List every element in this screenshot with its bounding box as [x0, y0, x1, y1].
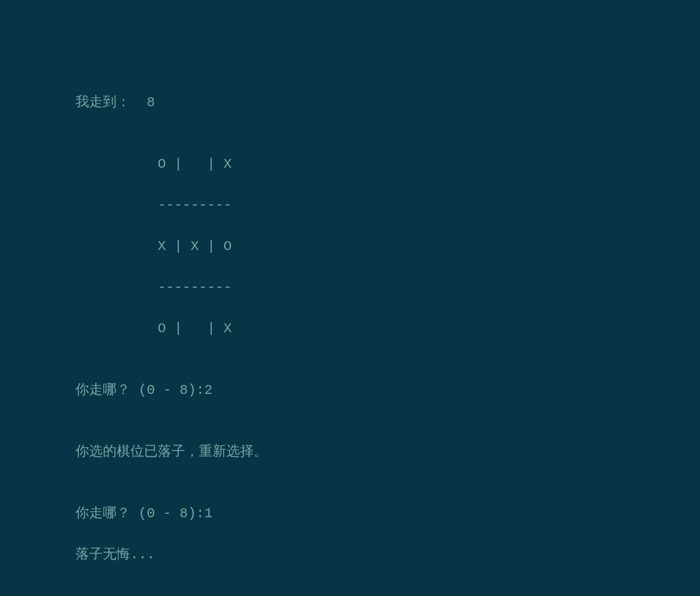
board-divider: ---------: [75, 277, 700, 298]
board-row: O | | X: [75, 319, 700, 339]
terminal-line: 我走到： 8: [75, 92, 700, 113]
confirm-message: 落子无悔...: [75, 545, 700, 565]
board-divider: ---------: [75, 195, 700, 216]
prompt-line: 你走哪？ (0 - 8):1: [75, 504, 700, 524]
board-row: O | | X: [75, 154, 700, 175]
board-row: X | X | O: [75, 236, 700, 257]
prompt-line: 你走哪？ (0 - 8):2: [75, 380, 700, 401]
error-message: 你选的棋位已落子，重新选择。: [75, 442, 700, 462]
